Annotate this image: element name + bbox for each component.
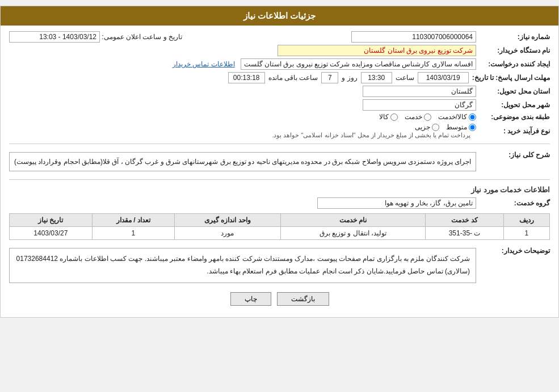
cell-tarikh: 1403/03/27 bbox=[10, 227, 93, 240]
row-tabaghe: طبقه بندی موضوعی: کالا/خدمت خدمت کالا bbox=[9, 113, 550, 121]
col-name: نام خدمت bbox=[280, 214, 426, 227]
print-button[interactable]: چاپ bbox=[230, 292, 271, 306]
shomare-niaz-value: 1103007006000064 bbox=[199, 31, 476, 43]
sharh-label: شرح کلی نیاز: bbox=[476, 149, 550, 159]
radio-motavasset-input[interactable] bbox=[469, 124, 476, 131]
tabaghe-value: کالا/خدمت خدمت کالا bbox=[9, 113, 476, 121]
radio-motavasset-label: متوسط bbox=[446, 123, 467, 131]
radio-kala-input[interactable] bbox=[390, 113, 398, 121]
cell-kod: ت -35-351 bbox=[426, 227, 503, 240]
col-tedad: تعداد / مقدار bbox=[92, 214, 175, 227]
row-shomare-tarikh: شماره نیاز: 1103007006000064 تاریخ و ساع… bbox=[9, 31, 550, 43]
ostan-label: استان محل تحویل: bbox=[476, 87, 550, 95]
cell-tedad: 1 bbox=[92, 227, 175, 240]
goroh-box: تامین برق، گاز، بخار و تهویه هوا bbox=[317, 197, 476, 209]
radio-jozii[interactable]: جزیی bbox=[415, 123, 439, 131]
tabaghe-radio-group: کالا/خدمت خدمت کالا bbox=[9, 113, 476, 121]
radio-kala-khadamat-input[interactable] bbox=[469, 113, 476, 121]
page-title: جزئیات اطلاعات نیاز bbox=[243, 11, 316, 20]
nam-dastgah-label: نام دستگاه خریدار: bbox=[476, 47, 550, 54]
mohlat-label: مهلت ارسال پاسخ: تا تاریخ: bbox=[469, 74, 550, 82]
row-sharh: شرح کلی نیاز: اجرای پروژه دستمزدی سرویس … bbox=[9, 149, 550, 175]
nam-dastgah-box: شرکت توزیع نیروی برق استان گلستان bbox=[278, 45, 476, 56]
noe-farayand-value: متوسط جزیی پرداخت تمام یا بخشی از مبلغ خ… bbox=[9, 123, 476, 139]
col-kod: کد خدمت bbox=[426, 214, 503, 227]
col-radif: ردیف bbox=[503, 214, 549, 227]
cell-name: تولید، انتقال و توزیع برق bbox=[280, 227, 426, 240]
shahr-box: گرگان bbox=[363, 99, 476, 111]
row-goroh: گروه خدمت: تامین برق، گاز، بخار و تهویه … bbox=[9, 197, 550, 209]
services-table-header-row: ردیف کد خدمت نام خدمت واحد اندازه گیری ت… bbox=[10, 214, 550, 227]
col-vahed: واحد اندازه گیری bbox=[175, 214, 280, 227]
radio-jozii-input[interactable] bbox=[432, 124, 439, 131]
divider-1 bbox=[9, 144, 550, 144]
sharh-value: اجرای پروژه دستمزدی سرویس واصلاح شبکه بر… bbox=[9, 149, 476, 175]
mohlat-saat-mande-label: ساعت باقی مانده bbox=[268, 74, 318, 82]
noe-farayand-radio-group: متوسط جزیی bbox=[9, 123, 476, 131]
row-ostan: استان محل تحویل: گلستان bbox=[9, 86, 550, 97]
content-area: شماره نیاز: 1103007006000064 تاریخ و ساع… bbox=[1, 26, 558, 317]
divider-2 bbox=[9, 179, 550, 180]
shomare-niaz-box: 1103007006000064 bbox=[351, 31, 476, 43]
row-shahr: شهر محل تحویل: گرگان bbox=[9, 99, 550, 111]
row-nam-dastgah: نام دستگاه خریدار: شرکت توزیع نیروی برق … bbox=[9, 45, 550, 56]
cell-vahed: مورد bbox=[175, 227, 280, 240]
radio-jozii-label: جزیی bbox=[415, 123, 430, 131]
radio-khadamat-input[interactable] bbox=[424, 113, 431, 121]
shahr-value: گرگان bbox=[9, 99, 476, 111]
goroh-label: گروه خدمت: bbox=[476, 199, 550, 207]
ijad-konande-box: افسانه سالاری کارشناس مناقصات ومزایده شر… bbox=[241, 58, 476, 70]
row-mohlat: مهلت ارسال پاسخ: تا تاریخ: 1403/03/19 سا… bbox=[9, 72, 550, 83]
mohlat-roz-label: روز و bbox=[342, 74, 357, 82]
noe-farayand-note: پرداخت تمام یا بخشی از مبلغ خریدار از مح… bbox=[272, 132, 470, 138]
ostan-value: گلستان bbox=[9, 86, 476, 97]
col-tarikh: تاریخ نیاز bbox=[10, 214, 93, 227]
tarikh-aelan-label: تاریخ و ساعت اعلان عمومی: bbox=[102, 33, 182, 41]
services-table: ردیف کد خدمت نام خدمت واحد اندازه گیری ت… bbox=[9, 213, 550, 240]
mohlat-row: 1403/03/19 ساعت 13:30 روز و 7 ساعت باقی … bbox=[9, 72, 469, 83]
radio-kala-label: کالا bbox=[379, 113, 389, 121]
noe-farayand-label: نوع فرآیند خرید : bbox=[476, 127, 550, 135]
ijad-konande-label: ایجاد کننده درخواست: bbox=[476, 60, 550, 68]
tarikh-aelan-value: 1403/03/12 - 13:03 bbox=[9, 31, 100, 43]
radio-kala-khadamat-label: کالا/خدمت bbox=[438, 113, 467, 121]
mohlat-saat-mande-box: 00:13:18 bbox=[228, 72, 265, 83]
sharh-box: اجرای پروژه دستمزدی سرویس واصلاح شبکه بر… bbox=[9, 152, 476, 171]
mohlat-value: 1403/03/19 ساعت 13:30 روز و 7 ساعت باقی … bbox=[9, 72, 469, 83]
radio-khadamat-label: خدمت bbox=[405, 113, 422, 121]
mohlat-date-box: 1403/03/19 bbox=[418, 72, 469, 83]
cell-radif: 1 bbox=[503, 227, 549, 240]
ijad-konande-value: افسانه سالاری کارشناس مناقصات ومزایده شر… bbox=[9, 58, 476, 70]
mohlat-time-box: 13:30 bbox=[361, 72, 392, 83]
row-tozihat: توضیحات خریدار: شرکت کنندگان ملزم به بار… bbox=[9, 245, 550, 286]
page-header: جزئیات اطلاعات نیاز bbox=[1, 6, 558, 26]
mohlat-roz-box: 7 bbox=[321, 72, 338, 83]
button-row: بازگشت چاپ bbox=[9, 292, 550, 306]
tabaghe-label: طبقه بندی موضوعی: bbox=[476, 113, 550, 121]
tozihat-value: شرکت کنندگان ملزم به بارگزاری تمام صفحات… bbox=[9, 245, 476, 286]
table-row: 1 ت -35-351 تولید، انتقال و توزیع برق مو… bbox=[10, 227, 550, 240]
back-button[interactable]: بازگشت bbox=[277, 292, 329, 306]
row-ijad-konande: ایجاد کننده درخواست: افسانه سالاری کارشن… bbox=[9, 58, 550, 70]
radio-khadamat[interactable]: خدمت bbox=[405, 113, 431, 121]
tozihat-label: توضیحات خریدار: bbox=[476, 245, 550, 255]
contact-info-link[interactable]: اطلاعات تماس خریدار bbox=[173, 60, 235, 68]
shahr-label: شهر محل تحویل: bbox=[476, 101, 550, 109]
row-noe-farayand: نوع فرآیند خرید : متوسط جزیی پرداخت تمام… bbox=[9, 123, 550, 139]
nam-dastgah-value: شرکت توزیع نیروی برق استان گلستان bbox=[9, 45, 476, 56]
radio-kala-khadamat[interactable]: کالا/خدمت bbox=[438, 113, 476, 121]
goroh-value: تامین برق، گاز، بخار و تهویه هوا bbox=[9, 197, 476, 209]
main-container: جزئیات اطلاعات نیاز شماره نیاز: 11030070… bbox=[0, 6, 559, 318]
ostan-box: گلستان bbox=[363, 86, 476, 97]
tozihat-box: شرکت کنندگان ملزم به بارگزاری تمام صفحات… bbox=[9, 248, 476, 283]
mohlat-time-label: ساعت bbox=[396, 74, 414, 82]
khadamat-section-title: اطلاعات خدمات مورد نیاز bbox=[9, 186, 550, 194]
radio-motavasset[interactable]: متوسط bbox=[446, 123, 476, 131]
radio-kala[interactable]: کالا bbox=[379, 113, 398, 121]
shomare-niaz-label: شماره نیاز: bbox=[476, 33, 550, 41]
